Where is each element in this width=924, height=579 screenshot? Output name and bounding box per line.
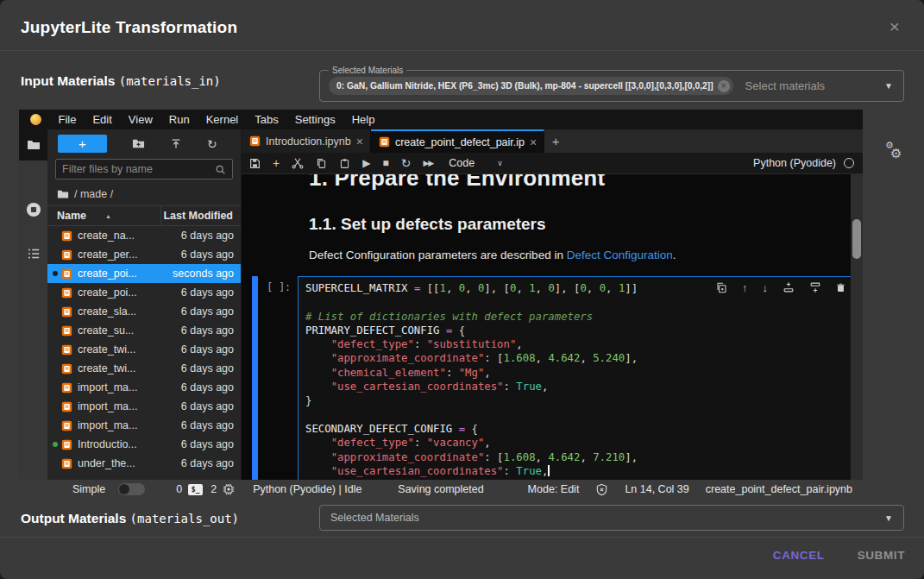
file-row[interactable]: create_sla...6 days ago <box>47 302 241 321</box>
notebook-file-icon <box>61 268 72 280</box>
jupyterlite-frame: FileEditViewRunKernelTabsSettingsHelp + <box>19 110 863 499</box>
markdown-cell[interactable]: 1. Prepare the Environment 1.1. Set up d… <box>309 174 837 261</box>
run-cell-button[interactable]: ▶ <box>362 158 370 168</box>
paste-cells-button[interactable] <box>339 158 350 169</box>
file-row[interactable]: create_su...6 days ago <box>47 321 241 340</box>
add-tab-button[interactable]: + <box>544 129 567 153</box>
file-row[interactable]: create_na...6 days ago <box>47 226 241 245</box>
tab-create-point-defect-pair-ip[interactable]: create_point_defect_pair.ip× <box>371 129 544 153</box>
save-button[interactable] <box>249 158 261 169</box>
defect-configuration-link[interactable]: Defect Configuration <box>567 249 673 261</box>
file-row[interactable]: import_ma...6 days ago <box>47 397 241 416</box>
chevron-down-icon[interactable]: ▼ <box>884 81 893 91</box>
toggle-switch[interactable] <box>118 483 145 495</box>
close-icon[interactable]: × <box>889 17 900 35</box>
file-row[interactable]: create_poi...seconds ago <box>47 264 241 283</box>
code-editor[interactable]: SUPERCELL_MATRIX = [[1, 0, 0], [0, 1, 0]… <box>298 276 857 480</box>
cell-collapser[interactable] <box>252 276 258 480</box>
menu-item-view[interactable]: View <box>120 113 160 126</box>
copy-icon <box>316 158 327 169</box>
dot-placeholder <box>53 328 58 333</box>
file-row[interactable]: create_twi...6 days ago <box>47 340 241 359</box>
output-materials-select[interactable]: Selected Materials ▼ <box>319 505 904 531</box>
filter-files-box[interactable] <box>55 159 233 179</box>
tab-close-icon[interactable]: × <box>530 136 537 148</box>
restart-kernel-button[interactable]: ↻ <box>401 157 412 169</box>
footer: CANCEL SUBMIT <box>773 549 905 562</box>
table-of-contents-tab[interactable] <box>27 247 41 264</box>
cell-type-dropdown[interactable]: Code ∨ <box>449 157 502 169</box>
notebook-file-icon <box>61 287 72 299</box>
file-row[interactable]: under_the...6 days ago <box>47 454 241 473</box>
scissors-icon <box>292 157 304 169</box>
filter-files-input[interactable] <box>62 163 215 175</box>
menu-item-run[interactable]: Run <box>160 113 198 126</box>
material-chip[interactable]: 0: GaN, Gallium Nitride, HEX (P6_3mc) 3D… <box>329 77 733 95</box>
kernel-indicator[interactable]: Python (Pyodide) <box>753 157 854 169</box>
menu-item-help[interactable]: Help <box>343 113 383 126</box>
trust-shield-icon[interactable] <box>595 483 608 496</box>
move-cell-up-button[interactable]: ↑ <box>742 282 748 293</box>
file-modified: 6 days ago <box>181 230 234 242</box>
file-modified: 6 days ago <box>181 249 234 261</box>
cancel-button[interactable]: CANCEL <box>773 549 825 562</box>
menu-item-tabs[interactable]: Tabs <box>247 113 286 126</box>
copy-cells-button[interactable] <box>316 158 327 169</box>
file-name: create_twi... <box>78 362 181 374</box>
material-chip-label: 0: GaN, Gallium Nitride, HEX (P6_3mc) 3D… <box>336 81 713 91</box>
delete-cell-button[interactable] <box>836 282 845 293</box>
terminals-status[interactable]: 0 $_ <box>176 483 203 495</box>
dot-placeholder <box>53 233 58 238</box>
file-browser-tab[interactable] <box>19 129 47 160</box>
activity-bar <box>19 129 47 480</box>
new-launcher-button[interactable]: + <box>58 135 107 153</box>
column-header-name[interactable]: Name ▲ <box>47 206 161 225</box>
insert-cell-above-button[interactable] <box>783 281 795 293</box>
move-cell-down-button[interactable]: ↓ <box>763 282 769 293</box>
insert-cell-below-button[interactable] <box>809 281 821 293</box>
insert-cell-button[interactable]: + <box>273 157 280 169</box>
notebook-paragraph: Defect Configuration parameters are desc… <box>309 249 837 261</box>
kernels-status[interactable]: 2 <box>211 483 235 495</box>
chevron-down-icon: ∨ <box>497 159 503 167</box>
selected-materials-field[interactable]: Selected Materials 0: GaN, Gallium Nitri… <box>319 70 904 102</box>
code-line <box>305 295 849 309</box>
chip-remove-icon[interactable]: × <box>718 80 730 92</box>
file-name: create_na... <box>78 230 181 242</box>
code-line: PRIMARY_DEFECT_CONFIG = { <box>305 324 849 337</box>
notebook-scrollbar[interactable] <box>851 174 863 480</box>
file-row[interactable]: create_poi...6 days ago <box>47 283 241 302</box>
new-folder-button[interactable] <box>132 137 145 150</box>
file-row[interactable]: import_ma...6 days ago <box>47 416 241 435</box>
breadcrumb[interactable]: / made / <box>47 186 241 205</box>
submit-button[interactable]: SUBMIT <box>858 549 905 562</box>
interrupt-kernel-button[interactable]: ■ <box>382 158 388 168</box>
chevron-down-icon[interactable]: ▼ <box>884 513 893 523</box>
toggle-knob <box>119 484 129 494</box>
file-row[interactable]: Introductio...6 days ago <box>47 435 241 454</box>
file-row[interactable]: import_ma...6 days ago <box>47 378 241 397</box>
upload-button[interactable] <box>170 138 182 150</box>
column-header-modified[interactable]: Last Modified <box>161 210 241 222</box>
footer-divider <box>0 537 924 538</box>
restart-run-all-button[interactable]: ▶▶ <box>423 160 433 167</box>
duplicate-cell-button[interactable] <box>716 282 727 293</box>
cut-cells-button[interactable] <box>292 157 304 169</box>
running-kernels-tab[interactable] <box>26 202 41 221</box>
menu-item-file[interactable]: File <box>50 113 85 126</box>
kernel-status-label[interactable]: Python (Pyodide) | Idle <box>253 483 361 495</box>
code-cell[interactable]: [ ]: SUPERCELL_MATRIX = [[1, 0, 0], [0, … <box>252 276 857 480</box>
scrollbar-thumb[interactable] <box>852 219 861 259</box>
menu-item-settings[interactable]: Settings <box>286 113 343 126</box>
file-row[interactable]: create_per...6 days ago <box>47 245 241 264</box>
simple-mode-toggle[interactable]: Simple <box>72 483 145 495</box>
menu-item-kernel[interactable]: Kernel <box>198 113 247 126</box>
settings-gears-icon[interactable]: ⚙ ⚙ <box>884 139 910 165</box>
tab-close-icon[interactable]: × <box>356 135 363 148</box>
kernel-name-label: Python (Pyodide) <box>753 157 836 169</box>
cursor-position[interactable]: Ln 14, Col 39 <box>625 483 688 495</box>
file-row[interactable]: create_twi...6 days ago <box>47 359 241 378</box>
refresh-file-list-button[interactable]: ↻ <box>207 137 217 151</box>
menu-item-edit[interactable]: Edit <box>85 113 120 126</box>
tab-introduction-ipynb[interactable]: Introduction.ipynb× <box>242 129 371 153</box>
